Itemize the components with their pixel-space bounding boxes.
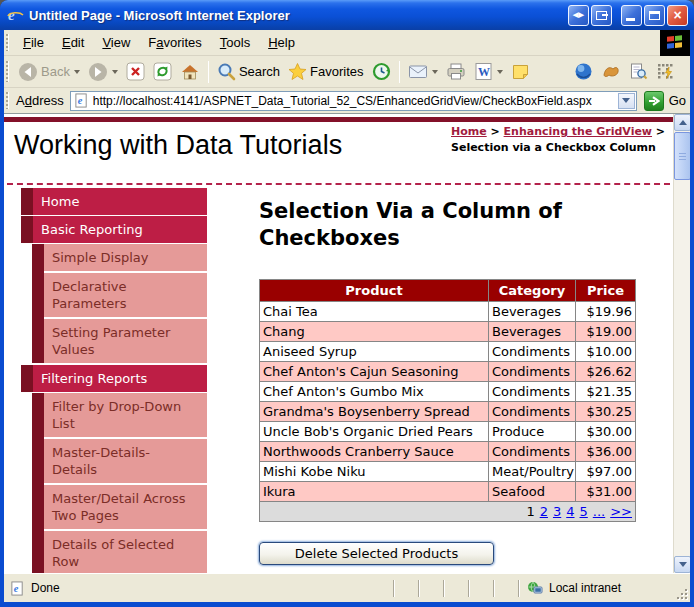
menu-help[interactable]: Help bbox=[259, 31, 304, 54]
statusbar-pane bbox=[393, 580, 418, 597]
main-column: Selection Via a Column of Checkboxes Pro… bbox=[259, 198, 641, 565]
mail-icon bbox=[408, 62, 428, 81]
scroll-down-button[interactable] bbox=[674, 556, 690, 573]
zone-text: Local intranet bbox=[549, 581, 621, 595]
menubar-grip[interactable] bbox=[6, 34, 9, 52]
forward-dropdown-icon bbox=[112, 70, 118, 74]
pager-row: 12345...>> bbox=[260, 502, 636, 522]
print-button[interactable] bbox=[442, 60, 470, 83]
screen-toggle-icon: ◀▶ bbox=[573, 11, 584, 19]
statusbar-pane bbox=[468, 580, 493, 597]
toolbar-separator bbox=[208, 61, 209, 83]
windows-messenger-icon bbox=[656, 62, 675, 81]
search-label: Search bbox=[239, 64, 280, 79]
menu-file[interactable]: File bbox=[14, 31, 53, 54]
toolbar-separator bbox=[399, 61, 400, 83]
messenger-button[interactable] bbox=[570, 60, 597, 83]
page-ie-icon: e bbox=[74, 93, 89, 108]
sidebar-item-filter-by-drop-down-list[interactable]: Filter by Drop-Down List bbox=[44, 393, 207, 437]
search-button[interactable]: Search bbox=[213, 60, 284, 83]
screen-toggle-button[interactable]: ◀▶ bbox=[568, 5, 589, 26]
breadcrumb: Home > Enhancing the GridView > Selectio… bbox=[451, 124, 671, 156]
back-icon bbox=[18, 62, 38, 82]
sidebar-item-setting-parameter-values[interactable]: Setting Parameter Values bbox=[44, 319, 207, 363]
refresh-button[interactable] bbox=[149, 60, 176, 83]
go-button[interactable]: Go bbox=[644, 91, 686, 111]
stop-button[interactable] bbox=[122, 60, 149, 83]
minimize-icon bbox=[626, 18, 635, 21]
window-title: Untitled Page - Microsoft Internet Explo… bbox=[29, 8, 566, 23]
pager-page-link[interactable]: 3 bbox=[553, 504, 561, 519]
pager-ellipsis-link[interactable]: ... bbox=[593, 504, 605, 519]
svg-text:W: W bbox=[478, 65, 490, 79]
back-button[interactable]: Back bbox=[14, 60, 84, 84]
print-icon bbox=[446, 62, 466, 81]
sidebar-item-master-detail-across-two-pages[interactable]: Master/Detail Across Two Pages bbox=[44, 485, 207, 529]
menu-edit[interactable]: Edit bbox=[53, 31, 93, 54]
toolbar-grip[interactable] bbox=[6, 61, 9, 83]
menu-favorites[interactable]: Favorites bbox=[139, 31, 210, 54]
statusbar-pane bbox=[493, 580, 518, 597]
vertical-scrollbar[interactable] bbox=[673, 114, 690, 573]
resize-grip[interactable] bbox=[676, 574, 690, 602]
products-gridview: Product Category Price Chai TeaBeverages… bbox=[259, 279, 636, 522]
go-arrow-icon bbox=[644, 91, 664, 111]
forward-icon bbox=[88, 62, 108, 82]
local-intranet-icon bbox=[527, 581, 543, 596]
page-content: Working with Data Tutorials Home > Enhan… bbox=[4, 114, 690, 573]
menu-view[interactable]: View bbox=[93, 31, 139, 54]
sidebar-item-home[interactable]: Home bbox=[21, 188, 207, 215]
research-button[interactable] bbox=[625, 60, 652, 83]
address-url: http://localhost:4141/ASPNET_Data_Tutori… bbox=[93, 94, 618, 108]
back-dropdown-icon bbox=[74, 70, 80, 74]
home-button[interactable] bbox=[176, 60, 204, 84]
table-row: Mishi Kobe NikuMeat/Poultry$97.00 bbox=[260, 462, 636, 482]
sidebar-item-details-of-selected-row[interactable]: Details of Selected Row bbox=[44, 531, 207, 573]
delete-selected-products-button[interactable]: Delete Selected Products bbox=[259, 542, 494, 565]
table-row: Uncle Bob's Organic Dried PearsProduce$3… bbox=[260, 422, 636, 442]
favorites-button[interactable]: Favorites bbox=[284, 60, 367, 83]
svg-text:e: e bbox=[14, 583, 19, 594]
status-bar: e Done Local intranet bbox=[4, 573, 690, 602]
mail-button[interactable] bbox=[404, 60, 442, 83]
addressbar-grip[interactable] bbox=[6, 92, 9, 110]
breadcrumb-section-link[interactable]: Enhancing the GridView bbox=[504, 125, 652, 138]
breadcrumb-home-link[interactable]: Home bbox=[451, 125, 487, 138]
pager-current-page: 1 bbox=[526, 504, 534, 519]
menu-tools[interactable]: Tools bbox=[211, 31, 259, 54]
forward-button[interactable] bbox=[84, 60, 122, 84]
windows-logo-icon bbox=[660, 30, 690, 56]
history-button[interactable] bbox=[368, 60, 395, 83]
messenger-sphere-icon bbox=[574, 62, 593, 81]
pager-next-link[interactable]: >> bbox=[610, 504, 632, 519]
pager-page-link[interactable]: 5 bbox=[580, 504, 588, 519]
windows-messenger-button[interactable] bbox=[652, 60, 679, 83]
pager-page-link[interactable]: 2 bbox=[540, 504, 548, 519]
table-row: Grandma's Boysenberry SpreadCondiments$3… bbox=[260, 402, 636, 422]
close-button[interactable]: × bbox=[667, 5, 688, 26]
status-message: e Done bbox=[4, 581, 393, 596]
scrollbar-thumb[interactable] bbox=[674, 132, 690, 180]
msn-button[interactable] bbox=[597, 60, 625, 83]
address-dropdown-button[interactable] bbox=[618, 93, 635, 109]
edit-with-word-button[interactable]: W bbox=[470, 60, 507, 83]
edit-dropdown-icon bbox=[497, 70, 503, 74]
menu-bar: File Edit View Favorites Tools Help bbox=[4, 30, 690, 56]
popout-button[interactable] bbox=[591, 5, 612, 26]
sidebar-item-master-details-details[interactable]: Master-Details-Details bbox=[44, 439, 207, 483]
pager-page-link[interactable]: 4 bbox=[566, 504, 574, 519]
minimize-button[interactable] bbox=[621, 5, 642, 26]
scroll-up-button[interactable] bbox=[674, 114, 690, 131]
note-icon bbox=[511, 62, 530, 81]
sidebar-item-basic-reporting[interactable]: Basic Reporting bbox=[21, 216, 207, 243]
notes-button[interactable] bbox=[507, 60, 534, 83]
history-icon bbox=[372, 62, 391, 81]
maximize-button[interactable] bbox=[644, 5, 665, 26]
sidebar-item-filtering-reports[interactable]: Filtering Reports bbox=[21, 365, 207, 392]
notch bbox=[21, 188, 33, 215]
sidebar-item-simple-display[interactable]: Simple Display bbox=[44, 244, 207, 271]
sidebar-item-declarative-parameters[interactable]: Declarative Parameters bbox=[44, 273, 207, 317]
home-icon bbox=[180, 62, 200, 82]
address-input[interactable]: e http://localhost:4141/ASPNET_Data_Tuto… bbox=[70, 91, 637, 111]
chevron-down-icon bbox=[622, 98, 630, 103]
